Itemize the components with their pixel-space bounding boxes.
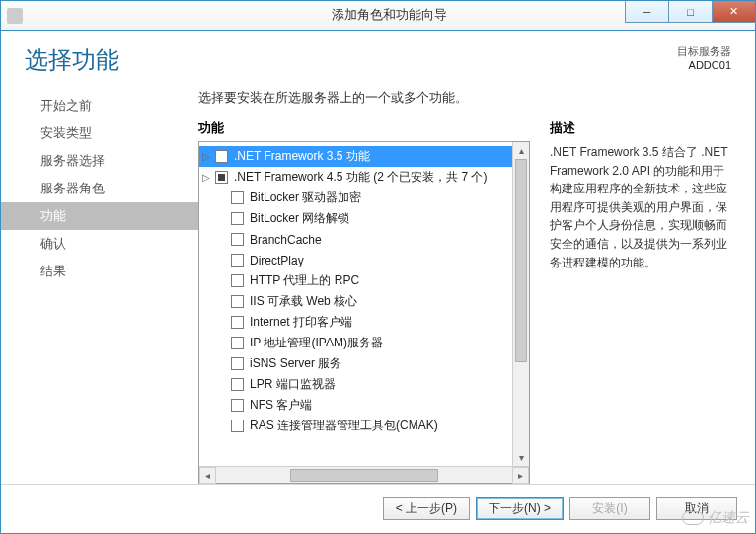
feature-row[interactable]: HTTP 代理上的 RPC — [199, 270, 529, 291]
feature-row[interactable]: IP 地址管理(IPAM)服务器 — [199, 333, 529, 353]
titlebar[interactable]: 添加角色和功能向导 ─ □ ✕ — [1, 1, 755, 31]
cancel-button[interactable]: 取消 — [656, 497, 737, 520]
feature-label: LPR 端口监视器 — [250, 376, 336, 393]
feature-label: BitLocker 网络解锁 — [250, 210, 349, 227]
feature-checkbox[interactable] — [215, 150, 228, 163]
feature-label: BitLocker 驱动器加密 — [250, 190, 361, 206]
nav-step-roles[interactable]: 服务器角色 — [1, 175, 198, 202]
scroll-down-icon[interactable]: ▾ — [513, 449, 530, 466]
footer: < 上一步(P) 下一步(N) > 安装(I) 取消 — [1, 484, 755, 533]
feature-label: RAS 连接管理器管理工具包(CMAK) — [250, 418, 438, 434]
feature-checkbox[interactable] — [231, 316, 244, 329]
feature-checkbox[interactable] — [231, 191, 244, 204]
description-text: .NET Framework 3.5 结合了 .NET Framework 2.… — [550, 141, 731, 271]
feature-label: BranchCache — [250, 233, 322, 247]
feature-row[interactable]: Internet 打印客户端 — [199, 312, 529, 333]
feature-checkbox[interactable] — [231, 357, 244, 370]
feature-label: .NET Framework 3.5 功能 — [234, 148, 370, 165]
feature-checkbox[interactable] — [231, 337, 244, 349]
feature-row[interactable]: iSNS Server 服务 — [199, 353, 529, 374]
feature-row[interactable]: RAS 连接管理器管理工具包(CMAK) — [199, 416, 529, 436]
feature-row[interactable]: BranchCache — [199, 229, 529, 250]
close-button[interactable]: ✕ — [712, 1, 755, 23]
feature-checkbox[interactable] — [231, 254, 244, 267]
instruction-text: 选择要安装在所选服务器上的一个或多个功能。 — [198, 82, 731, 120]
feature-label: IIS 可承载 Web 核心 — [250, 293, 357, 310]
target-server-block: 目标服务器 ADDC01 — [677, 44, 731, 71]
features-pane: 功能 ▷ .NET Framework 3.5 功能 ▷ — [198, 120, 530, 484]
feature-label: iSNS Server 服务 — [250, 355, 341, 372]
wizard-body: 选择功能 目标服务器 ADDC01 开始之前 安装类型 服务器选择 服务器角色 … — [1, 31, 755, 533]
feature-row[interactable]: DirectPlay — [199, 250, 529, 270]
feature-label: DirectPlay — [250, 254, 304, 267]
feature-row[interactable]: IIS 可承载 Web 核心 — [199, 291, 529, 312]
feature-checkbox[interactable] — [231, 212, 244, 225]
feature-checkbox[interactable] — [231, 378, 244, 391]
nav-step-before[interactable]: 开始之前 — [1, 92, 198, 119]
expand-icon[interactable]: ▷ — [199, 151, 213, 162]
minimize-button[interactable]: ─ — [625, 1, 668, 23]
features-heading: 功能 — [198, 120, 530, 141]
wizard-window: 添加角色和功能向导 ─ □ ✕ 选择功能 目标服务器 ADDC01 开始之前 安… — [0, 0, 756, 534]
features-tree: ▷ .NET Framework 3.5 功能 ▷ .NET Framework… — [198, 141, 530, 484]
target-server-name: ADDC01 — [677, 59, 731, 71]
install-button[interactable]: 安装(I) — [569, 497, 650, 520]
description-heading: 描述 — [550, 120, 731, 141]
previous-button[interactable]: < 上一步(P) — [383, 497, 470, 520]
feature-checkbox[interactable] — [215, 171, 228, 184]
page-title: 选择功能 — [25, 44, 677, 76]
scroll-up-icon[interactable]: ▴ — [513, 142, 530, 159]
vertical-scrollbar[interactable]: ▴ ▾ — [512, 142, 529, 466]
feature-checkbox[interactable] — [231, 233, 244, 246]
feature-label: HTTP 代理上的 RPC — [250, 272, 359, 289]
content-column: 选择要安装在所选服务器上的一个或多个功能。 功能 ▷ .NET Framewor… — [198, 82, 755, 484]
nav-step-confirm[interactable]: 确认 — [1, 230, 198, 258]
nav-steps: 开始之前 安装类型 服务器选择 服务器角色 功能 确认 结果 — [1, 82, 198, 484]
nav-step-result[interactable]: 结果 — [1, 258, 198, 285]
nav-step-features[interactable]: 功能 — [1, 202, 198, 230]
feature-checkbox[interactable] — [231, 274, 244, 287]
feature-label: Internet 打印客户端 — [250, 314, 352, 331]
app-icon — [7, 8, 23, 24]
header-area: 选择功能 目标服务器 ADDC01 — [1, 31, 755, 82]
feature-label: NFS 客户端 — [250, 397, 312, 414]
next-button[interactable]: 下一步(N) > — [476, 497, 564, 520]
nav-step-type[interactable]: 安装类型 — [1, 119, 198, 147]
horizontal-scrollbar[interactable]: ◂ ▸ — [199, 466, 529, 483]
feature-checkbox[interactable] — [231, 399, 244, 412]
expand-icon[interactable]: ▷ — [199, 172, 213, 183]
scroll-thumb[interactable] — [290, 469, 438, 482]
feature-label: .NET Framework 4.5 功能 (2 个已安装，共 7 个) — [234, 169, 487, 186]
target-server-label: 目标服务器 — [677, 44, 731, 59]
scroll-left-icon[interactable]: ◂ — [199, 467, 216, 484]
mid-area: 开始之前 安装类型 服务器选择 服务器角色 功能 确认 结果 选择要安装在所选服… — [1, 82, 755, 484]
feature-label: IP 地址管理(IPAM)服务器 — [250, 335, 383, 351]
maximize-button[interactable]: □ — [668, 1, 712, 23]
scroll-right-icon[interactable]: ▸ — [512, 467, 529, 484]
feature-row[interactable]: NFS 客户端 — [199, 395, 529, 416]
feature-checkbox[interactable] — [231, 420, 244, 432]
features-tree-scroll[interactable]: ▷ .NET Framework 3.5 功能 ▷ .NET Framework… — [199, 142, 529, 466]
feature-row[interactable]: ▷ .NET Framework 4.5 功能 (2 个已安装，共 7 个) — [199, 167, 529, 188]
scroll-thumb[interactable] — [515, 159, 527, 362]
content-columns: 功能 ▷ .NET Framework 3.5 功能 ▷ — [198, 120, 731, 484]
feature-checkbox[interactable] — [231, 295, 244, 308]
window-controls: ─ □ ✕ — [625, 1, 755, 24]
description-pane: 描述 .NET Framework 3.5 结合了 .NET Framework… — [550, 120, 731, 484]
feature-row[interactable]: BitLocker 网络解锁 — [199, 208, 529, 229]
feature-row[interactable]: BitLocker 驱动器加密 — [199, 188, 529, 208]
nav-step-server[interactable]: 服务器选择 — [1, 147, 198, 175]
feature-row[interactable]: ▷ .NET Framework 3.5 功能 — [199, 146, 529, 167]
feature-row[interactable]: LPR 端口监视器 — [199, 374, 529, 395]
